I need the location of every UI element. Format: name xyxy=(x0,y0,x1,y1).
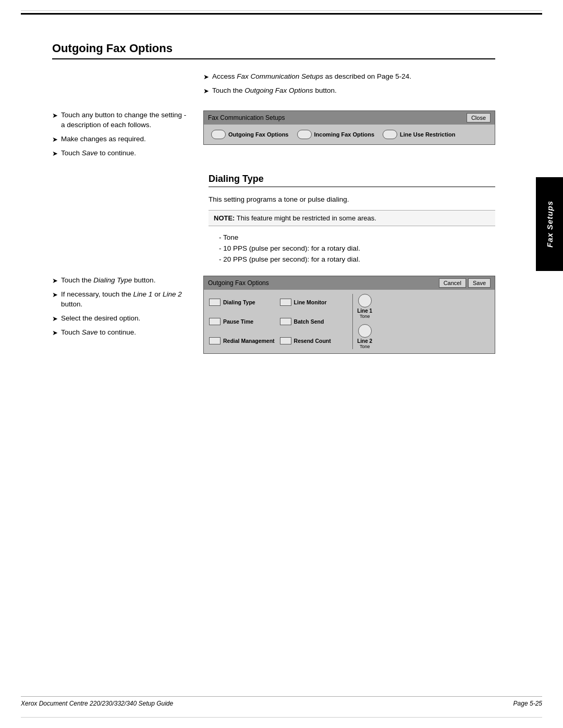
intro-section: ➤ Access Fax Communication Setups as des… xyxy=(52,72,495,100)
top-border-outer xyxy=(21,10,542,11)
panel2-content: Dialing Type Line Monitor Pause Time xyxy=(209,294,489,349)
pause-time-item[interactable]: Pause Time xyxy=(209,313,275,330)
page-title: Outgoing Fax Options xyxy=(52,42,495,59)
lineuse-tab-label: Line Use Restriction xyxy=(400,131,455,138)
panel2-header: Outgoing Fax Options Cancel Save xyxy=(204,276,495,290)
bottom-bullet-3: ➤ Select the desired option. xyxy=(52,314,188,324)
outgoing-oval xyxy=(211,130,226,139)
page-container: Fax Setups Outgoing Fax Options ➤ Access… xyxy=(0,0,563,728)
line2-button[interactable]: Line 2 Tone xyxy=(357,324,372,349)
redial-mgmt-rect xyxy=(209,337,221,344)
line-use-tab[interactable]: Line Use Restriction xyxy=(383,130,455,139)
close-button[interactable]: Close xyxy=(467,113,491,122)
line2-label: Line 2 xyxy=(357,338,372,344)
dialing-type-item[interactable]: Dialing Type xyxy=(209,294,275,311)
outgoing-tab-label: Outgoing Fax Options xyxy=(228,131,289,138)
arrow-icon-7: ➤ xyxy=(52,290,58,310)
panel1-header: Fax Communication Setups Close xyxy=(204,111,495,125)
arrow-icon-4: ➤ xyxy=(52,135,58,144)
line1-sub: Tone xyxy=(360,314,370,319)
dialing-type-rect xyxy=(209,299,221,306)
note-box: NOTE: This feature might be restricted i… xyxy=(209,210,495,226)
line1-label: Line 1 xyxy=(357,308,372,314)
step1-text: Access Fax Communication Setups as descr… xyxy=(212,72,411,82)
bottom-right-col: Outgoing Fax Options Cancel Save Dialing… xyxy=(203,276,495,354)
page-footer: Xerox Document Centre 220/230/332/340 Se… xyxy=(21,696,542,707)
line2-sub: Tone xyxy=(360,344,370,349)
side-tab: Fax Setups xyxy=(536,177,563,271)
middle-section: ➤ Touch any button to change the setting… xyxy=(52,110,495,163)
redial-mgmt-item[interactable]: Redial Management xyxy=(209,332,275,349)
arrow-icon-6: ➤ xyxy=(52,276,58,286)
line-monitor-label: Line Monitor xyxy=(294,299,327,305)
bbullet3-text: Select the desired option. xyxy=(61,314,140,324)
bbullet2-text: If necessary, touch the Line 1 or Line 2… xyxy=(61,290,188,310)
panel2-buttons: Cancel Save xyxy=(439,278,491,288)
intro-right-col: ➤ Access Fax Communication Setups as des… xyxy=(203,72,495,100)
line-monitor-rect xyxy=(280,299,291,306)
batch-send-label: Batch Send xyxy=(294,318,324,325)
left-bullet-2: ➤ Make changes as required. xyxy=(52,134,188,144)
resend-count-rect xyxy=(280,337,291,344)
bottom-border xyxy=(21,717,542,718)
panel2-grid: Dialing Type Line Monitor Pause Time xyxy=(209,294,345,349)
options-list: Tone 10 PPS (pulse per second): for a ro… xyxy=(219,233,495,263)
line-monitor-item[interactable]: Line Monitor xyxy=(280,294,346,311)
cancel-button[interactable]: Cancel xyxy=(439,278,466,288)
arrow-icon-5: ➤ xyxy=(52,149,58,158)
middle-right-col: Fax Communication Setups Close Outgoing … xyxy=(203,110,495,163)
incoming-oval xyxy=(297,130,312,139)
arrow-icon-9: ➤ xyxy=(52,328,58,338)
pause-time-rect xyxy=(209,318,221,325)
left-bullet-3: ➤ Touch Save to continue. xyxy=(52,149,188,158)
intro-step1: ➤ Access Fax Communication Setups as des… xyxy=(203,72,495,82)
step2-text: Touch the Outgoing Fax Options button. xyxy=(212,86,337,96)
save-button[interactable]: Save xyxy=(468,278,491,288)
panel1-body: Outgoing Fax Options Incoming Fax Option… xyxy=(204,125,495,144)
note-text: This feature might be restricted in some… xyxy=(237,214,376,222)
arrow-icon-8: ➤ xyxy=(52,314,58,324)
content-area: Outgoing Fax Options ➤ Access Fax Commun… xyxy=(52,31,495,354)
side-tab-label: Fax Setups xyxy=(545,201,554,248)
arrow-icon-1: ➤ xyxy=(203,72,209,82)
arrow-icon-2: ➤ xyxy=(203,87,209,96)
outgoing-fax-tab[interactable]: Outgoing Fax Options xyxy=(211,130,289,139)
line2-circle xyxy=(358,324,372,338)
bottom-section: ➤ Touch the Dialing Type button. ➤ If ne… xyxy=(52,276,495,354)
option-20pps: 20 PPS (pulse per second): for a rotary … xyxy=(219,255,495,263)
panel2-title: Outgoing Fax Options xyxy=(208,279,269,287)
line1-circle xyxy=(358,294,372,307)
left-bullet-1: ➤ Touch any button to change the setting… xyxy=(52,110,188,130)
dialing-type-section: Dialing Type This setting programs a ton… xyxy=(209,174,495,263)
bottom-bullet-4: ➤ Touch Save to continue. xyxy=(52,328,188,338)
resend-count-label: Resend Count xyxy=(294,338,331,344)
bbullet4-text: Touch Save to continue. xyxy=(61,328,136,338)
option-10pps: 10 PPS (pulse per second): for a rotary … xyxy=(219,244,495,252)
bullet3-text: Touch Save to continue. xyxy=(61,149,136,158)
bullet1-text: Touch any button to change the setting -… xyxy=(61,110,188,130)
middle-left-col: ➤ Touch any button to change the setting… xyxy=(52,110,188,163)
top-border-inner xyxy=(21,13,542,15)
redial-mgmt-label: Redial Management xyxy=(223,338,275,344)
line1-button[interactable]: Line 1 Tone xyxy=(357,294,372,319)
batch-send-rect xyxy=(280,318,291,325)
option-tone: Tone xyxy=(219,233,495,241)
footer-left: Xerox Document Centre 220/230/332/340 Se… xyxy=(21,700,173,707)
dialing-type-heading: Dialing Type xyxy=(209,174,495,187)
footer-right: Page 5-25 xyxy=(513,700,542,707)
outgoing-fax-options-panel: Outgoing Fax Options Cancel Save Dialing… xyxy=(203,276,495,354)
panel2-right-col: Line 1 Tone Line 2 Tone xyxy=(352,294,372,349)
incoming-fax-tab[interactable]: Incoming Fax Options xyxy=(297,130,375,139)
panel1-title: Fax Communication Setups xyxy=(208,114,285,121)
lineuse-oval xyxy=(383,130,397,139)
pause-time-label: Pause Time xyxy=(223,318,253,325)
dialing-type-item-label: Dialing Type xyxy=(223,299,255,305)
intro-step2: ➤ Touch the Outgoing Fax Options button. xyxy=(203,86,495,96)
arrow-icon-3: ➤ xyxy=(52,111,58,130)
fax-comm-setups-panel: Fax Communication Setups Close Outgoing … xyxy=(203,110,495,145)
resend-count-item[interactable]: Resend Count xyxy=(280,332,346,349)
batch-send-item[interactable]: Batch Send xyxy=(280,313,346,330)
note-label: NOTE: xyxy=(214,214,235,222)
panel2-body: Dialing Type Line Monitor Pause Time xyxy=(204,290,495,353)
dialing-description: This setting programs a tone or pulse di… xyxy=(209,194,495,205)
